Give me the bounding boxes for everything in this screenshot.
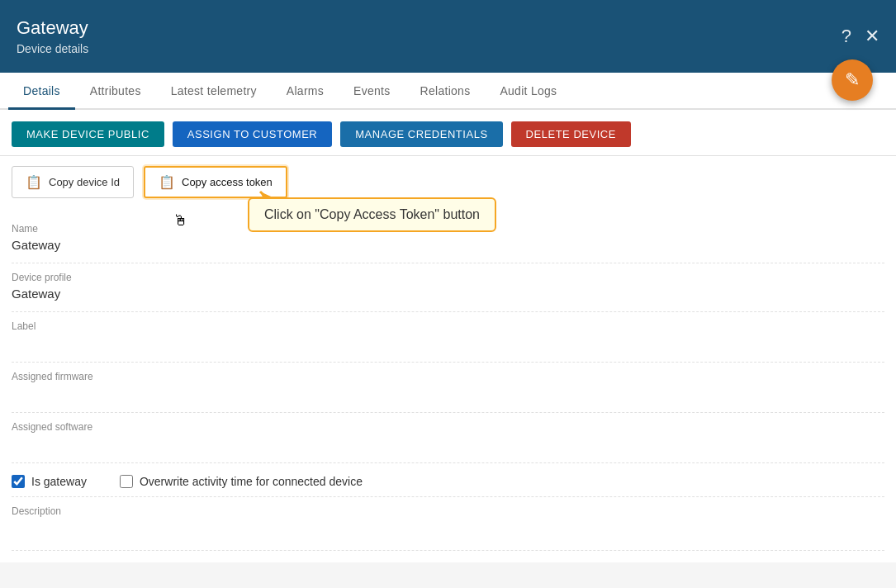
description-input[interactable]: [12, 520, 884, 551]
edit-fab[interactable]: ✎: [832, 59, 873, 101]
manage-credentials-button[interactable]: Manage credentials: [340, 121, 502, 147]
label-field-group: Label: [12, 312, 884, 363]
device-profile-field-group: Device profile Gateway: [12, 263, 884, 312]
device-profile-value: Gateway: [12, 287, 884, 303]
make-device-public-button[interactable]: Make device public: [12, 121, 164, 147]
overwrite-activity-item: Overwrite activity time for connected de…: [120, 475, 363, 488]
assigned-software-field-group: Assigned software: [12, 413, 884, 463]
description-field-group: Description: [12, 497, 884, 554]
page-subtitle: Device details: [17, 42, 88, 55]
copy-device-id-label: Copy device Id: [49, 176, 120, 188]
overwrite-activity-label: Overwrite activity time for connected de…: [140, 475, 363, 488]
tabs-bar: Details Attributes Latest telemetry Alar…: [0, 73, 896, 110]
is-gateway-checkbox[interactable]: [12, 475, 25, 488]
tab-alarms[interactable]: Alarms: [272, 73, 339, 110]
assigned-firmware-label: Assigned firmware: [12, 371, 884, 382]
copy-access-token-button[interactable]: 📋 Copy access token: [144, 166, 287, 198]
action-buttons-row: Make device public Assign to customer Ma…: [0, 110, 896, 156]
tab-events[interactable]: Events: [339, 73, 405, 110]
close-icon[interactable]: ✕: [865, 26, 879, 47]
assigned-software-label: Assigned software: [12, 421, 884, 433]
assigned-software-value: [12, 436, 884, 454]
assigned-firmware-field-group: Assigned firmware: [12, 363, 884, 413]
tab-details[interactable]: Details: [8, 73, 75, 110]
page-title: Gateway: [17, 17, 88, 39]
name-value: Gateway: [12, 238, 884, 254]
tab-audit-logs[interactable]: Audit Logs: [485, 73, 571, 110]
header-actions: ? ✕: [841, 26, 879, 47]
label-label: Label: [12, 320, 884, 332]
description-label: Description: [12, 505, 884, 517]
device-profile-label: Device profile: [12, 272, 884, 283]
copy-icon-access-token: 📋: [159, 174, 175, 190]
label-value: [12, 335, 884, 353]
delete-device-button[interactable]: Delete device: [511, 121, 631, 147]
form-area: Name Gateway Device profile Gateway Labe…: [0, 206, 896, 562]
tab-latest-telemetry[interactable]: Latest telemetry: [156, 73, 272, 110]
copy-icon-device-id: 📋: [26, 174, 42, 190]
tab-attributes[interactable]: Attributes: [75, 73, 156, 110]
name-label: Name: [12, 223, 884, 235]
page-header: Gateway Device details ? ✕: [0, 0, 896, 73]
overwrite-activity-checkbox[interactable]: [120, 475, 133, 488]
assign-to-customer-button[interactable]: Assign to customer: [173, 121, 332, 147]
copy-access-token-label: Copy access token: [182, 176, 273, 188]
checkbox-row: Is gateway Overwrite activity time for c…: [12, 463, 884, 497]
copy-device-id-button[interactable]: 📋 Copy device Id: [12, 166, 134, 198]
assigned-firmware-value: [12, 386, 884, 404]
is-gateway-item: Is gateway: [12, 475, 87, 488]
edit-icon: ✎: [845, 69, 860, 91]
is-gateway-label: Is gateway: [31, 475, 87, 488]
content-area: Make device public Assign to customer Ma…: [0, 110, 896, 562]
name-field-group: Name Gateway: [12, 215, 884, 263]
header-left: Gateway Device details: [17, 17, 88, 55]
copy-buttons-row: 📋 Copy device Id 📋 Copy access token Cli…: [0, 156, 896, 206]
tab-relations[interactable]: Relations: [405, 73, 486, 110]
help-icon[interactable]: ?: [841, 26, 851, 47]
